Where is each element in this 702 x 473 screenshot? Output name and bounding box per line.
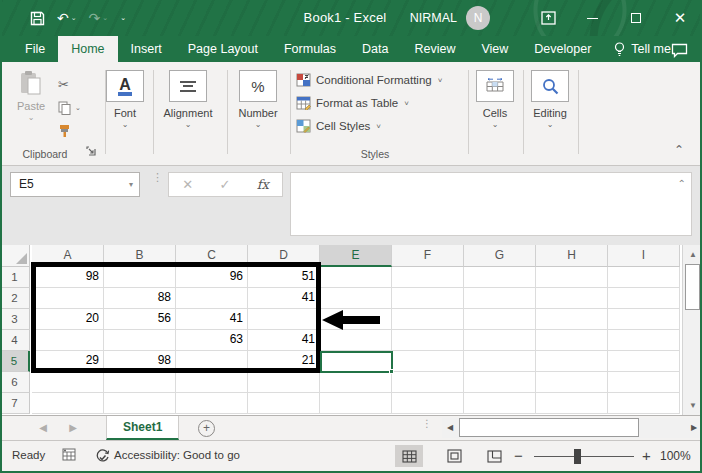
name-box[interactable]: E5 ▾ bbox=[10, 172, 140, 197]
minimize-button[interactable] bbox=[570, 0, 614, 36]
cell-C6[interactable] bbox=[176, 372, 248, 393]
cell-styles-button[interactable]: Cell Styles˅ bbox=[296, 116, 381, 136]
maximize-button[interactable] bbox=[614, 0, 658, 36]
accessibility-checker-icon[interactable] bbox=[95, 448, 110, 463]
cell-C3[interactable]: 41 bbox=[176, 309, 248, 330]
cell-C2[interactable] bbox=[176, 288, 248, 309]
cell-F4[interactable] bbox=[392, 330, 464, 351]
horizontal-scroll-thumb[interactable] bbox=[459, 418, 639, 437]
column-header-E[interactable]: E bbox=[320, 245, 392, 267]
cell-E7[interactable] bbox=[320, 393, 392, 414]
cell-I3[interactable] bbox=[608, 309, 680, 330]
tab-review[interactable]: Review bbox=[401, 36, 468, 62]
cell-E5[interactable] bbox=[320, 351, 392, 372]
copy-icon[interactable]: ⌄ bbox=[58, 98, 88, 118]
cell-C7[interactable] bbox=[176, 393, 248, 414]
cell-I4[interactable] bbox=[608, 330, 680, 351]
cell-I6[interactable] bbox=[608, 372, 680, 393]
format-as-table-button[interactable]: Format as Table˅ bbox=[296, 93, 409, 113]
zoom-slider-thumb[interactable] bbox=[574, 449, 581, 464]
zoom-out-icon[interactable]: − bbox=[514, 447, 523, 464]
cell-G7[interactable] bbox=[464, 393, 536, 414]
cell-H6[interactable] bbox=[536, 372, 608, 393]
cell-C4[interactable]: 63 bbox=[176, 330, 248, 351]
cell-B1[interactable] bbox=[104, 267, 176, 288]
cell-D7[interactable] bbox=[248, 393, 320, 414]
cell-E1[interactable] bbox=[320, 267, 392, 288]
zoom-in-icon[interactable]: + bbox=[642, 447, 651, 464]
conditional-formatting-button[interactable]: Conditional Formatting˅ bbox=[296, 70, 442, 90]
cell-H5[interactable] bbox=[536, 351, 608, 372]
cell-G3[interactable] bbox=[464, 309, 536, 330]
cell-F5[interactable] bbox=[392, 351, 464, 372]
format-painter-icon[interactable] bbox=[58, 121, 88, 141]
feedback-bubble-icon[interactable] bbox=[671, 43, 688, 58]
tab-data[interactable]: Data bbox=[349, 36, 401, 62]
cell-A5[interactable]: 29 bbox=[32, 351, 104, 372]
column-header-D[interactable]: D bbox=[248, 245, 320, 267]
new-sheet-icon[interactable]: + bbox=[198, 420, 215, 437]
scroll-left-icon[interactable]: ◀ bbox=[442, 418, 458, 438]
cancel-entry-icon[interactable]: ✕ bbox=[182, 177, 193, 192]
alignment-group-button[interactable]: Alignment ⌄ bbox=[156, 70, 220, 128]
cell-H4[interactable] bbox=[536, 330, 608, 351]
clipboard-dialog-launcher-icon[interactable] bbox=[86, 146, 96, 156]
avatar[interactable]: N bbox=[466, 6, 490, 30]
scroll-down-icon[interactable]: ▼ bbox=[684, 397, 702, 414]
cell-A6[interactable] bbox=[32, 372, 104, 393]
tell-me-box[interactable]: Tell me bbox=[604, 36, 681, 62]
scroll-right-icon[interactable]: ▶ bbox=[686, 418, 702, 438]
page-break-preview-icon[interactable] bbox=[480, 445, 508, 467]
cut-icon[interactable]: ✂ bbox=[58, 74, 88, 94]
column-header-A[interactable]: A bbox=[32, 245, 104, 267]
cell-D3[interactable] bbox=[248, 309, 320, 330]
zoom-slider-track[interactable] bbox=[534, 456, 634, 457]
row-header-1[interactable]: 1 bbox=[0, 267, 30, 288]
cell-A7[interactable] bbox=[32, 393, 104, 414]
cell-H3[interactable] bbox=[536, 309, 608, 330]
cell-G6[interactable] bbox=[464, 372, 536, 393]
cell-D2[interactable]: 41 bbox=[248, 288, 320, 309]
column-header-B[interactable]: B bbox=[104, 245, 176, 267]
cell-E6[interactable] bbox=[320, 372, 392, 393]
collapse-formula-bar-icon[interactable]: ⌃ bbox=[678, 178, 686, 189]
account-area[interactable]: NIRMAL N bbox=[410, 0, 490, 36]
sheet-nav-right-icon[interactable]: ▶ bbox=[60, 416, 86, 440]
formula-input[interactable] bbox=[290, 172, 692, 236]
cell-I1[interactable] bbox=[608, 267, 680, 288]
name-box-dropdown-icon[interactable]: ▾ bbox=[129, 173, 133, 196]
editing-group-button[interactable]: Editing ⌄ bbox=[518, 70, 582, 128]
vertical-scrollbar[interactable]: ▲ ▼ bbox=[682, 245, 702, 415]
cell-C5[interactable] bbox=[176, 351, 248, 372]
tab-formulas[interactable]: Formulas bbox=[271, 36, 349, 62]
tab-view[interactable]: View bbox=[468, 36, 521, 62]
cell-B2[interactable]: 88 bbox=[104, 288, 176, 309]
cell-B6[interactable] bbox=[104, 372, 176, 393]
tab-home[interactable]: Home bbox=[58, 36, 117, 62]
cell-F1[interactable] bbox=[392, 267, 464, 288]
number-group-button[interactable]: % Number ⌄ bbox=[226, 70, 290, 128]
close-button[interactable]: ✕ bbox=[658, 0, 702, 36]
cell-D1[interactable]: 51 bbox=[248, 267, 320, 288]
confirm-entry-icon[interactable]: ✓ bbox=[219, 177, 230, 192]
insert-function-icon[interactable]: fx bbox=[257, 177, 269, 192]
cell-E3[interactable] bbox=[320, 309, 392, 330]
normal-view-icon[interactable] bbox=[395, 445, 423, 467]
cell-A1[interactable]: 98 bbox=[32, 267, 104, 288]
cell-A3[interactable]: 20 bbox=[32, 309, 104, 330]
scroll-up-icon[interactable]: ▲ bbox=[684, 246, 702, 263]
page-layout-view-icon[interactable] bbox=[440, 445, 468, 467]
cell-F7[interactable] bbox=[392, 393, 464, 414]
cell-B5[interactable]: 98 bbox=[104, 351, 176, 372]
cell-C1[interactable]: 96 bbox=[176, 267, 248, 288]
cell-B3[interactable]: 56 bbox=[104, 309, 176, 330]
cell-I5[interactable] bbox=[608, 351, 680, 372]
row-header-3[interactable]: 3 bbox=[0, 309, 30, 330]
cell-G1[interactable] bbox=[464, 267, 536, 288]
cell-A2[interactable] bbox=[32, 288, 104, 309]
macro-record-icon[interactable] bbox=[62, 448, 76, 461]
zoom-level[interactable]: 100% bbox=[660, 449, 691, 463]
cell-F3[interactable] bbox=[392, 309, 464, 330]
cell-D6[interactable] bbox=[248, 372, 320, 393]
cell-D5[interactable]: 21 bbox=[248, 351, 320, 372]
